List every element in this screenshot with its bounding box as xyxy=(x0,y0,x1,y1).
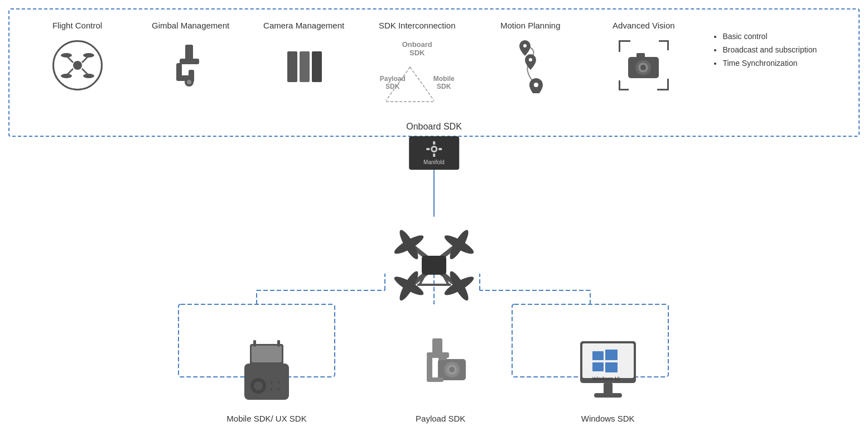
camera-management-col: Camera Management xyxy=(247,15,360,90)
bottom-items-row: Mobile SDK/ UX SDK Payload SDK xyxy=(0,336,868,429)
svg-rect-31 xyxy=(312,51,322,82)
svg-point-41 xyxy=(432,147,436,151)
svg-point-34 xyxy=(523,44,527,47)
svg-rect-83 xyxy=(592,351,604,360)
svg-rect-64 xyxy=(252,346,282,362)
payload-sdk-label: PayloadSDK xyxy=(380,75,406,90)
svg-rect-84 xyxy=(605,350,618,360)
svg-point-51 xyxy=(397,228,421,261)
feature-list-item-1: Basic control xyxy=(722,32,847,41)
svg-rect-79 xyxy=(427,357,432,379)
payload-sdk-label: Payload SDK xyxy=(416,414,465,423)
payload-sdk-item: Payload SDK xyxy=(407,336,474,423)
svg-rect-45 xyxy=(438,148,442,150)
svg-point-19 xyxy=(83,53,94,58)
svg-rect-82 xyxy=(582,343,634,378)
motion-planning-icon xyxy=(505,40,556,90)
svg-rect-66 xyxy=(277,340,280,347)
svg-rect-89 xyxy=(594,393,622,398)
windows-sdk-label: Windows SDK xyxy=(581,414,635,423)
advanced-vision-label: Advanced Vision xyxy=(613,21,674,30)
svg-point-13 xyxy=(73,61,82,70)
manifold-label: Manifold xyxy=(423,159,445,165)
feature-list-col: Basic control Broadcast and subscription… xyxy=(700,15,847,72)
camera-icon xyxy=(279,40,329,90)
svg-point-33 xyxy=(529,58,532,61)
onboard-sdk-section: Onboard SDK Manifold xyxy=(406,122,462,170)
svg-rect-86 xyxy=(605,362,618,372)
svg-point-18 xyxy=(61,53,72,58)
onboard-sdk-title: Onboard SDK xyxy=(406,122,462,132)
feature-list-item-3: Time Synchronization xyxy=(722,59,847,68)
main-drone xyxy=(384,218,484,309)
svg-rect-80 xyxy=(427,377,443,382)
main-container: Flight Control Gimbal Management xyxy=(0,0,868,440)
motion-planning-label: Motion Planning xyxy=(500,21,561,30)
svg-rect-30 xyxy=(300,51,310,82)
svg-point-53 xyxy=(447,228,471,261)
svg-point-28 xyxy=(187,80,191,84)
manifold-box: Manifold xyxy=(409,136,459,170)
feature-list-item-2: Broadcast and subscription xyxy=(722,45,847,54)
svg-point-38 xyxy=(640,65,646,70)
flight-control-col: Flight Control xyxy=(21,15,134,90)
flight-control-icon xyxy=(52,40,103,90)
mobile-sdk-label: MobileSDK xyxy=(433,75,455,90)
svg-rect-65 xyxy=(253,340,256,347)
sdk-bottom-row: PayloadSDK MobileSDK xyxy=(380,75,455,90)
svg-point-77 xyxy=(449,367,455,372)
svg-rect-88 xyxy=(604,383,613,394)
svg-rect-62 xyxy=(244,364,289,400)
gimbal-management-col: Gimbal Management xyxy=(134,15,247,90)
svg-rect-71 xyxy=(267,383,283,389)
top-section: Flight Control Gimbal Management xyxy=(8,8,860,137)
advanced-vision-icon xyxy=(619,40,669,90)
gimbal-management-label: Gimbal Management xyxy=(152,21,229,30)
feature-list: Basic control Broadcast and subscription… xyxy=(711,32,847,72)
windows-sdk-item: Windows 10 Windows SDK xyxy=(575,336,642,423)
svg-rect-78 xyxy=(438,355,447,360)
svg-point-21 xyxy=(83,74,94,78)
mobile-sdk-label: Mobile SDK/ UX SDK xyxy=(226,414,306,423)
svg-rect-85 xyxy=(592,362,604,371)
svg-rect-29 xyxy=(287,51,297,82)
svg-text:Windows 10: Windows 10 xyxy=(592,376,620,381)
onboard-sdk-label: OnboardSDK xyxy=(402,40,432,57)
svg-rect-44 xyxy=(426,148,430,150)
motion-planning-col: Motion Planning xyxy=(474,15,587,90)
sdk-interconnection-label: SDK Interconnection xyxy=(379,21,456,30)
camera-management-label: Camera Management xyxy=(263,21,344,30)
mobile-sdk-item: Mobile SDK/ UX SDK xyxy=(226,336,306,423)
svg-point-32 xyxy=(534,83,538,87)
svg-point-68 xyxy=(254,381,263,390)
advanced-vision-col: Advanced Vision xyxy=(587,15,700,90)
svg-rect-39 xyxy=(636,53,645,59)
svg-point-20 xyxy=(61,74,72,78)
svg-rect-42 xyxy=(433,141,435,145)
sdk-triangle: OnboardSDK PayloadSDK MobileSDK xyxy=(392,40,442,90)
svg-rect-23 xyxy=(180,59,199,64)
svg-rect-58 xyxy=(422,256,446,275)
svg-rect-43 xyxy=(433,154,435,157)
gimbal-icon xyxy=(166,40,216,90)
flight-control-label: Flight Control xyxy=(52,21,102,30)
sdk-interconnection-col: SDK Interconnection OnboardSDK PayloadSD… xyxy=(360,15,474,90)
